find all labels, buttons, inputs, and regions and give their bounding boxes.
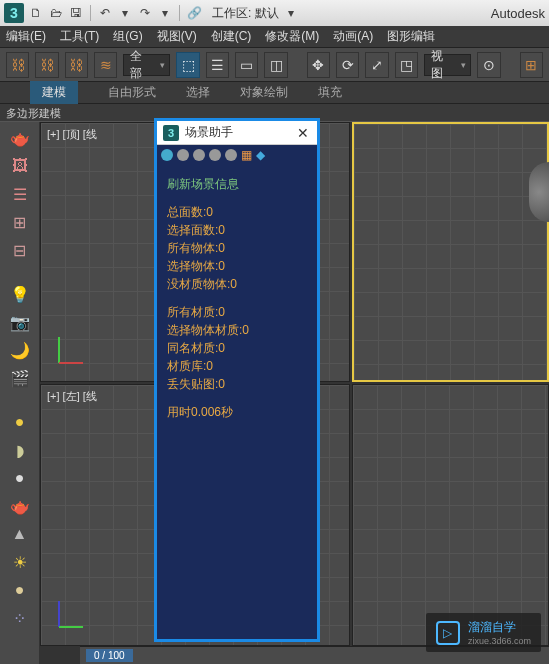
- stat-all-objects: 所有物体:0: [167, 239, 307, 257]
- rotate-icon[interactable]: ⟳: [336, 52, 359, 78]
- select-region-icon[interactable]: ▭: [235, 52, 258, 78]
- watermark: ▷ 溜溜自学 zixue.3d66.com: [426, 613, 541, 652]
- watermark-text: 溜溜自学 zixue.3d66.com: [468, 619, 531, 646]
- stat-missing-maps: 丢失贴图:0: [167, 375, 307, 393]
- menu-bar: 编辑(E) 工具(T) 组(G) 视图(V) 创建(C) 修改器(M) 动画(A…: [0, 26, 549, 48]
- use-pivot-icon[interactable]: ⊙: [477, 52, 500, 78]
- tab-modeling[interactable]: 建模: [30, 81, 78, 104]
- tab-object-paint[interactable]: 对象绘制: [240, 84, 288, 101]
- title-bar: 3 🗋 🗁 🖫 ↶ ▾ ↷ ▾ 🔗 工作区: 默认 ▾ Autodesk: [0, 0, 549, 26]
- placement-icon[interactable]: ◳: [395, 52, 418, 78]
- select-object-icon[interactable]: ⬚: [176, 52, 199, 78]
- timeline-frame[interactable]: 0 / 100: [86, 649, 133, 662]
- viewport-label-left[interactable]: [+] [左] [线: [47, 389, 97, 404]
- grid-icon[interactable]: ⊞: [6, 210, 34, 234]
- scale-icon[interactable]: ⤢: [365, 52, 388, 78]
- stat-selected-objects: 选择物体:0: [167, 257, 307, 275]
- teapot-icon[interactable]: 🫖: [6, 126, 34, 150]
- stat-material-library: 材质库:0: [167, 357, 307, 375]
- menu-group[interactable]: 组(G): [113, 28, 142, 45]
- qat-redo-icon[interactable]: ↷: [137, 5, 153, 21]
- ref-coord-dropdown[interactable]: 视图: [424, 54, 471, 76]
- qat-dropdown-icon[interactable]: ▾: [283, 5, 299, 21]
- separator: [90, 5, 91, 21]
- qat-link-icon[interactable]: 🔗: [186, 5, 202, 21]
- move-icon[interactable]: ✥: [307, 52, 330, 78]
- list-icon[interactable]: ☰: [6, 182, 34, 206]
- viewport-grid: [354, 124, 547, 380]
- stat-selected-faces: 选择面数:0: [167, 221, 307, 239]
- stat-total-faces: 总面数:0: [167, 203, 307, 221]
- menu-views[interactable]: 视图(V): [157, 28, 197, 45]
- dialog-logo-icon: 3: [163, 125, 179, 141]
- qat-save-icon[interactable]: 🖫: [68, 5, 84, 21]
- axis-gizmo-icon: [51, 331, 91, 371]
- close-icon[interactable]: ✕: [295, 125, 311, 141]
- menu-tools[interactable]: 工具(T): [60, 28, 99, 45]
- view-cube-icon[interactable]: [529, 162, 549, 222]
- table-icon[interactable]: ⊟: [6, 238, 34, 262]
- snap-icon[interactable]: ⊞: [520, 52, 543, 78]
- tab-selection[interactable]: 选择: [186, 84, 210, 101]
- play-icon: ▷: [436, 621, 460, 645]
- dlg-btn-5-icon[interactable]: [225, 149, 237, 161]
- sun-icon[interactable]: ☀: [6, 550, 34, 574]
- sphere-yellow-icon[interactable]: ●: [6, 410, 34, 434]
- dlg-btn-6-icon[interactable]: ▦: [241, 148, 252, 162]
- qat-undo-icon[interactable]: ↶: [97, 5, 113, 21]
- dialog-toolbar: ▦ ◆: [157, 145, 317, 165]
- light-icon[interactable]: 💡: [6, 282, 34, 306]
- axis-gizmo-icon: [51, 595, 91, 635]
- dlg-btn-2-icon[interactable]: [177, 149, 189, 161]
- menu-graph[interactable]: 图形编辑: [387, 28, 435, 45]
- moon-icon[interactable]: 🌙: [6, 338, 34, 362]
- stat-same-name-materials: 同名材质:0: [167, 339, 307, 357]
- dlg-btn-3-icon[interactable]: [193, 149, 205, 161]
- stats-materials-group: 所有材质:0 选择物体材质:0 同名材质:0 材质库:0 丢失贴图:0: [167, 303, 307, 393]
- viewport-active[interactable]: [352, 122, 549, 382]
- qat-dropdown-icon[interactable]: ▾: [157, 5, 173, 21]
- menu-edit[interactable]: 编辑(E): [6, 28, 46, 45]
- cone-icon[interactable]: ▲: [6, 522, 34, 546]
- select-name-icon[interactable]: ☰: [206, 52, 229, 78]
- image-icon[interactable]: 🖼: [6, 154, 34, 178]
- ribbon-tabs: 建模 自由形式 选择 对象绘制 填充: [0, 82, 549, 104]
- refresh-scene-info[interactable]: 刷新场景信息: [167, 175, 307, 193]
- dome-icon[interactable]: ◗: [6, 438, 34, 462]
- link-icon[interactable]: ⛓: [6, 52, 29, 78]
- app-name: Autodesk: [491, 6, 545, 21]
- workspace-label[interactable]: 工作区: 默认: [212, 5, 279, 22]
- qat-open-icon[interactable]: 🗁: [48, 5, 64, 21]
- menu-animation[interactable]: 动画(A): [333, 28, 373, 45]
- teapot2-icon[interactable]: 🫖: [6, 494, 34, 518]
- bind-icon[interactable]: ⛓: [65, 52, 88, 78]
- dlg-btn-1-icon[interactable]: [161, 149, 173, 161]
- main-toolbar: ⛓ ⛓ ⛓ ≋ 全部 ⬚ ☰ ▭ ◫ ✥ ⟳ ⤢ ◳ 视图 ⊙ ⊞: [0, 48, 549, 82]
- sphere-white-icon[interactable]: ●: [6, 466, 34, 490]
- watermark-url: zixue.3d66.com: [468, 636, 531, 646]
- sphere-tan-icon[interactable]: ●: [6, 578, 34, 602]
- dlg-btn-7-icon[interactable]: ◆: [256, 148, 265, 162]
- selection-filter-dropdown[interactable]: 全部: [123, 54, 170, 76]
- qat-new-icon[interactable]: 🗋: [28, 5, 44, 21]
- camera-icon[interactable]: 📷: [6, 310, 34, 334]
- menu-modifiers[interactable]: 修改器(M): [265, 28, 319, 45]
- schematic-icon[interactable]: ≋: [94, 52, 117, 78]
- viewport-label-top[interactable]: [+] [顶] [线: [47, 127, 97, 142]
- particles-icon[interactable]: ⁘: [6, 606, 34, 630]
- menu-create[interactable]: 创建(C): [211, 28, 252, 45]
- dialog-title: 场景助手: [185, 124, 233, 141]
- separator: [179, 5, 180, 21]
- dlg-btn-4-icon[interactable]: [209, 149, 221, 161]
- viewport-persp[interactable]: [352, 384, 549, 646]
- stat-all-materials: 所有材质:0: [167, 303, 307, 321]
- qat-dropdown-icon[interactable]: ▾: [117, 5, 133, 21]
- window-crossing-icon[interactable]: ◫: [264, 52, 287, 78]
- tab-freeform[interactable]: 自由形式: [108, 84, 156, 101]
- app-logo-icon[interactable]: 3: [4, 3, 24, 23]
- unlink-icon[interactable]: ⛓: [35, 52, 58, 78]
- movie-icon[interactable]: 🎬: [6, 366, 34, 390]
- tab-populate[interactable]: 填充: [318, 84, 342, 101]
- stat-elapsed-time: 用时0.006秒: [167, 403, 307, 421]
- dialog-title-bar[interactable]: 3 场景助手 ✕: [157, 121, 317, 145]
